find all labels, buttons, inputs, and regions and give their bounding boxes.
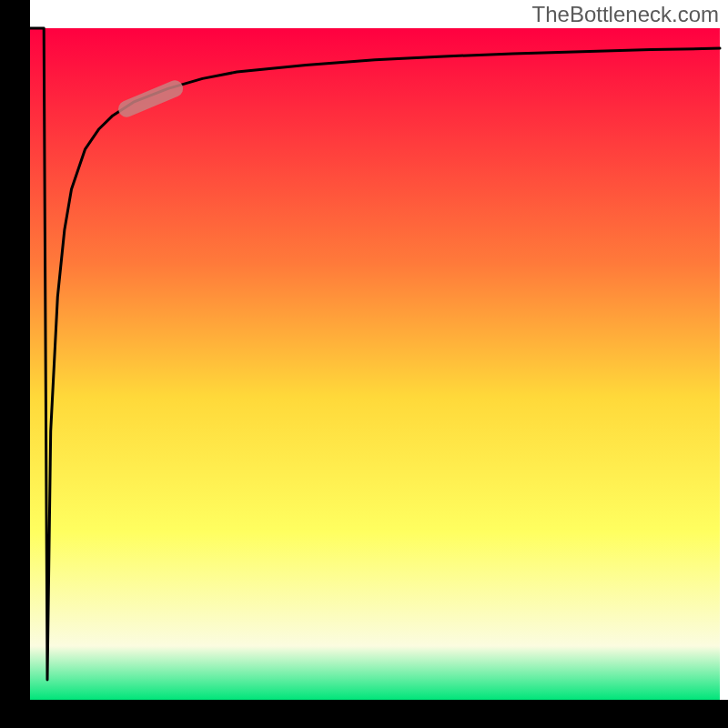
y-axis-bar bbox=[0, 0, 30, 728]
x-axis-bar bbox=[0, 700, 728, 728]
chart-container: TheBottleneck.com bbox=[0, 0, 728, 728]
gradient-background bbox=[30, 28, 720, 700]
attribution-text: TheBottleneck.com bbox=[532, 2, 719, 27]
bottleneck-chart bbox=[0, 0, 728, 728]
